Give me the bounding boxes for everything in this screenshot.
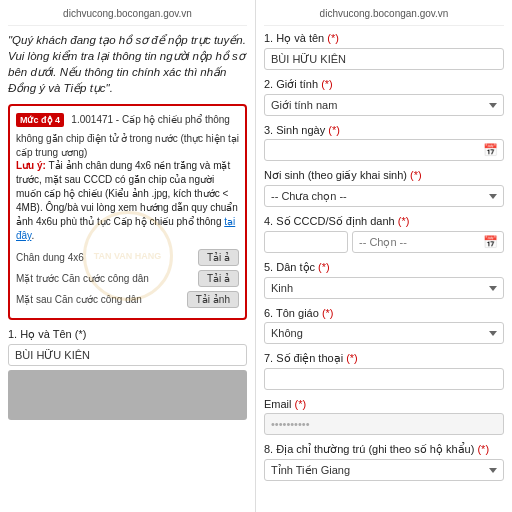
upload-label-3: Mặt sau Căn cước công dân (16, 294, 187, 305)
field-dien-thoai: 7. Số điện thoại (*) (264, 352, 504, 390)
input-dien-thoai[interactable] (264, 368, 504, 390)
field-dan-toc: 5. Dân tộc (*) Kinh (264, 261, 504, 299)
upload-row-1: Chân dung 4x6 Tải ả (16, 249, 239, 266)
left-panel: dichvucong.bocongan.gov.vn "Quý khách đa… (0, 0, 256, 512)
upload-btn-3[interactable]: Tải ảnh (187, 291, 239, 308)
upload-label-2: Mặt trước Căn cước công dân (16, 273, 198, 284)
label-noi-sinh: Nơi sinh (theo giấy khai sinh) (*) (264, 169, 504, 182)
url-bar-right: dichvucong.bocongan.gov.vn (264, 8, 504, 26)
input-sinh-ngay[interactable] (264, 139, 504, 161)
label-sinh-ngay: 3. Sinh ngày (*) (264, 124, 504, 136)
upload-btn-2[interactable]: Tải ả (198, 270, 239, 287)
field-cccd: 4. Số CCCD/Số định danh (*) 📅 (264, 215, 504, 253)
upload-row-2: Mặt trước Căn cước công dân Tải ả (16, 270, 239, 287)
label-ton-giao: 6. Tôn giáo (*) (264, 307, 504, 319)
label-cccd: 4. Số CCCD/Số định danh (*) (264, 215, 504, 228)
label-dia-chi: 8. Địa chỉ thường trú (ghi theo số hộ kh… (264, 443, 504, 456)
cccd-date-wrapper: 📅 (352, 231, 504, 253)
name-field-section: 1. Họ và Tên (*) (8, 328, 247, 366)
select-noi-sinh[interactable]: -- Chưa chọn -- (264, 185, 504, 207)
name-field-label: 1. Họ và Tên (*) (8, 328, 247, 341)
right-panel: dichvucong.bocongan.gov.vn 1. Họ và tên … (256, 0, 512, 512)
url-bar-left: dichvucong.bocongan.gov.vn (8, 8, 247, 26)
field-ho-ten: 1. Họ và tên (*) (264, 32, 504, 70)
field-dia-chi: 8. Địa chỉ thường trú (ghi theo số hộ kh… (264, 443, 504, 481)
select-gioi-tinh[interactable]: Giới tính nam (264, 94, 504, 116)
label-email: Email (*) (264, 398, 504, 410)
select-dia-chi[interactable]: Tỉnh Tiền Giang (264, 459, 504, 481)
select-ton-giao[interactable]: Không (264, 322, 504, 344)
upload-label-1: Chân dung 4x6 (16, 252, 198, 263)
alert-badge: Mức độ 4 (16, 113, 64, 127)
date-wrapper-sinh-ngay: 📅 (264, 139, 504, 161)
alert-box: Mức độ 4 1.001471 - Cấp hộ chiếu phổ thô… (8, 104, 247, 320)
intro-text: "Quý khách đang tạo hồ sơ để nộp trực tu… (8, 32, 247, 96)
field-ton-giao: 6. Tôn giáo (*) Không (264, 307, 504, 344)
name-input-left[interactable] (8, 344, 247, 366)
field-sinh-ngay: 3. Sinh ngày (*) 📅 (264, 124, 504, 161)
input-email[interactable] (264, 413, 504, 435)
upload-btn-1[interactable]: Tải ả (198, 249, 239, 266)
select-dan-toc[interactable]: Kinh (264, 277, 504, 299)
alert-note: Lưu ý: Tải ảnh chân dung 4x6 nền trắng v… (16, 159, 239, 243)
label-ho-ten: 1. Họ và tên (*) (264, 32, 504, 45)
label-gioi-tinh: 2. Giới tính (*) (264, 78, 504, 91)
label-dan-toc: 5. Dân tộc (*) (264, 261, 504, 274)
field-noi-sinh: Nơi sinh (theo giấy khai sinh) (*) -- Ch… (264, 169, 504, 207)
field-gioi-tinh: 2. Giới tính (*) Giới tính nam (264, 78, 504, 116)
label-dien-thoai: 7. Số điện thoại (*) (264, 352, 504, 365)
field-email: Email (*) (264, 398, 504, 435)
input-cccd-number[interactable] (264, 231, 348, 253)
upload-row-3: Mặt sau Căn cước công dân Tải ảnh (16, 291, 239, 308)
input-cccd-date[interactable] (352, 231, 504, 253)
id-photo-placeholder (8, 370, 247, 420)
input-ho-ten[interactable] (264, 48, 504, 70)
cccd-row: 📅 (264, 231, 504, 253)
